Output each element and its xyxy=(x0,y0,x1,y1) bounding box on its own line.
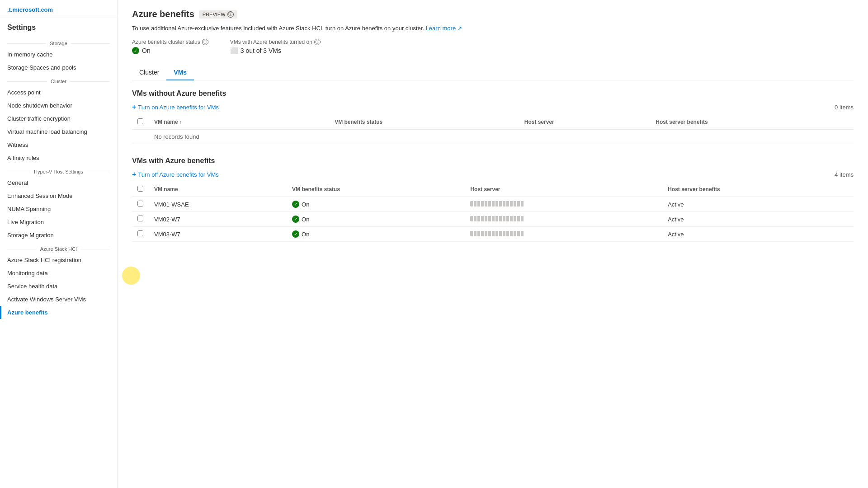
sidebar-item-enhanced-session[interactable]: Enhanced Session Mode xyxy=(0,189,117,202)
vm-benefits-status-header: VM benefits status xyxy=(329,115,519,130)
cluster-status-info-icon[interactable]: ⓘ xyxy=(202,39,208,45)
cluster-status-value: ✓ On xyxy=(132,47,208,54)
vms-with-select-all-header xyxy=(132,182,149,197)
tabs: Cluster VMs xyxy=(132,65,854,80)
vms-status-info-icon[interactable]: ⓘ xyxy=(314,39,321,45)
vm-name-cell: VM03-W7 xyxy=(149,227,287,242)
vm-name-cell: VM02-W7 xyxy=(149,212,287,227)
host-benefits-cell: Active xyxy=(662,227,854,242)
status-row: Azure benefits cluster status ⓘ ✓ On VMs… xyxy=(132,39,854,54)
sidebar-item-monitoring-data[interactable]: Monitoring data xyxy=(0,267,117,280)
vm-icon: ⬜ xyxy=(230,47,238,54)
check-circle-icon: ✓ xyxy=(292,230,299,238)
vm-status-cell: ✓ On xyxy=(287,212,465,227)
row-checkbox-0[interactable] xyxy=(137,201,143,206)
vms-without-action-row: + Turn on Azure benefits for VMs 0 items xyxy=(132,103,854,111)
cluster-section-divider: Cluster xyxy=(0,74,117,86)
main-content: Azure benefits PREVIEW ⓘ To use addition… xyxy=(118,0,868,488)
vm-status-cell: ✓ On xyxy=(287,227,465,242)
host-server-cell xyxy=(465,212,662,227)
host-benefits-cell: Active xyxy=(662,212,854,227)
sidebar-item-numa-spanning[interactable]: NUMA Spanning xyxy=(0,202,117,216)
sidebar-item-storage-migration[interactable]: Storage Migration xyxy=(0,229,117,242)
vms-with-action-row: + Turn off Azure benefits for VMs 4 item… xyxy=(132,170,854,178)
cluster-status-label: Azure benefits cluster status ⓘ xyxy=(132,39,208,45)
check-circle-icon: ✓ xyxy=(132,47,139,54)
vms-status-label: VMs with Azure benefits turned on ⓘ xyxy=(230,39,321,45)
select-all-header xyxy=(132,115,149,130)
sidebar-item-service-health[interactable]: Service health data xyxy=(0,280,117,293)
vms-with-host-server-header: Host server xyxy=(465,182,662,197)
sidebar-item-general[interactable]: General xyxy=(0,176,117,189)
page-header: Azure benefits PREVIEW ⓘ xyxy=(132,9,854,19)
sidebar-item-live-migration[interactable]: Live Migration xyxy=(0,216,117,229)
check-circle-icon: ✓ xyxy=(292,201,299,208)
turn-off-benefits-button[interactable]: + Turn off Azure benefits for VMs xyxy=(132,170,219,178)
vms-with-select-all-checkbox[interactable] xyxy=(137,186,143,192)
settings-title: Settings xyxy=(0,18,117,36)
table-row: VM01-WSAE ✓ On Active xyxy=(132,197,854,212)
host-server-cell xyxy=(465,227,662,242)
no-records-row: No records found xyxy=(132,130,854,144)
table-header-row: VM name ↑ VM benefits status Host server… xyxy=(132,115,854,130)
vms-with-title: VMs with Azure benefits xyxy=(132,157,854,165)
vms-with-vm-status-header: VM benefits status xyxy=(287,182,465,197)
host-server-benefits-header: Host server benefits xyxy=(650,115,854,130)
vms-status-text: 3 out of 3 VMs xyxy=(241,47,281,54)
vms-status-value: ⬜ 3 out of 3 VMs xyxy=(230,47,321,54)
tab-vms[interactable]: VMs xyxy=(166,65,194,80)
sidebar-item-witness[interactable]: Witness xyxy=(0,138,117,151)
domain-label: .t.microsoft.com xyxy=(0,0,117,18)
vm-name-header: VM name ↑ xyxy=(149,115,329,130)
vms-without-section: VMs without Azure benefits + Turn on Azu… xyxy=(132,89,854,144)
no-records-text: No records found xyxy=(149,130,329,144)
circle-minus-icon: + xyxy=(132,170,136,178)
vms-with-count: 4 items xyxy=(835,171,854,178)
row-checkbox-1[interactable] xyxy=(137,216,143,221)
page-title: Azure benefits xyxy=(132,9,194,19)
sidebar-item-activate-windows[interactable]: Activate Windows Server VMs xyxy=(0,293,117,306)
sidebar-item-affinity-rules[interactable]: Affinity rules xyxy=(0,151,117,164)
sidebar-item-node-shutdown[interactable]: Node shutdown behavior xyxy=(0,99,117,112)
sort-icon: ↑ xyxy=(179,120,182,125)
vms-with-host-benefits-header: Host server benefits xyxy=(662,182,854,197)
host-benefits-cell: Active xyxy=(662,197,854,212)
vm-status-cell: ✓ On xyxy=(287,197,465,212)
vms-with-table: VM name VM benefits status Host server H… xyxy=(132,182,854,242)
sidebar-item-vm-load-balancing[interactable]: Virtual machine load balancing xyxy=(0,125,117,138)
hyperv-section-divider: Hyper-V Host Settings xyxy=(0,164,117,176)
sidebar-item-storage-spaces[interactable]: Storage Spaces and pools xyxy=(0,61,117,74)
vms-without-table: VM name ↑ VM benefits status Host server… xyxy=(132,115,854,144)
preview-label: PREVIEW xyxy=(203,12,226,17)
preview-badge: PREVIEW ⓘ xyxy=(199,10,237,19)
select-all-checkbox[interactable] xyxy=(137,118,143,124)
table-row: VM03-W7 ✓ On Active xyxy=(132,227,854,242)
plus-icon: + xyxy=(132,103,136,111)
vms-without-title: VMs without Azure benefits xyxy=(132,89,854,98)
sidebar-item-cluster-traffic[interactable]: Cluster traffic encryption xyxy=(0,112,117,125)
check-circle-icon: ✓ xyxy=(292,216,299,223)
sidebar: .t.microsoft.com Settings Storage In-mem… xyxy=(0,0,118,488)
sidebar-item-azure-benefits[interactable]: Azure benefits xyxy=(0,306,117,319)
host-server-cell xyxy=(465,197,662,212)
turn-off-label: Turn off Azure benefits for VMs xyxy=(138,171,218,178)
tab-cluster[interactable]: Cluster xyxy=(132,65,166,80)
vms-with-header-row: VM name VM benefits status Host server H… xyxy=(132,182,854,197)
turn-on-label: Turn on Azure benefits for VMs xyxy=(138,104,219,111)
row-checkbox-2[interactable] xyxy=(137,230,143,236)
host-server-header: Host server xyxy=(519,115,651,130)
vm-name-cell: VM01-WSAE xyxy=(149,197,287,212)
sidebar-item-access-point[interactable]: Access point xyxy=(0,86,117,99)
sidebar-item-in-memory-cache[interactable]: In-memory cache xyxy=(0,48,117,61)
azure-stack-section-divider: Azure Stack HCI xyxy=(0,242,117,253)
vms-with-section: VMs with Azure benefits + Turn off Azure… xyxy=(132,157,854,242)
table-row: VM02-W7 ✓ On Active xyxy=(132,212,854,227)
vms-status-block: VMs with Azure benefits turned on ⓘ ⬜ 3 … xyxy=(230,39,321,54)
preview-info-icon[interactable]: ⓘ xyxy=(227,11,234,18)
learn-more-link[interactable]: Learn more ↗ xyxy=(426,25,462,32)
sidebar-item-azure-stack-reg[interactable]: Azure Stack HCI registration xyxy=(0,253,117,267)
cluster-status-text: On xyxy=(142,47,151,54)
vms-without-count: 0 items xyxy=(835,104,854,111)
vms-with-vm-name-header: VM name xyxy=(149,182,287,197)
turn-on-benefits-button[interactable]: + Turn on Azure benefits for VMs xyxy=(132,103,219,111)
